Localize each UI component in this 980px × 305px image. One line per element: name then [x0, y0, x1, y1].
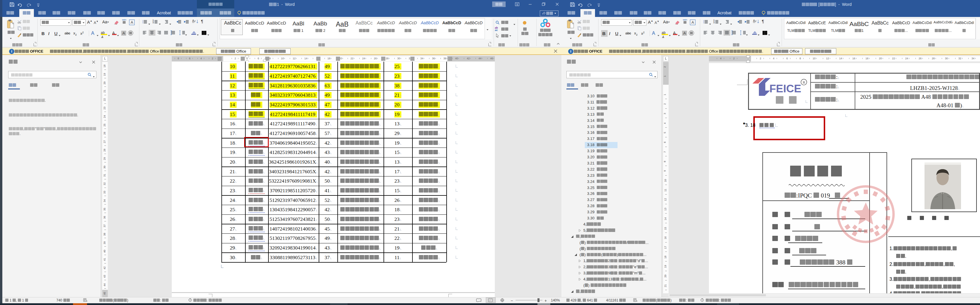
svg-text:FEICE: FEICE	[769, 83, 801, 95]
svg-text:R: R	[803, 80, 805, 84]
